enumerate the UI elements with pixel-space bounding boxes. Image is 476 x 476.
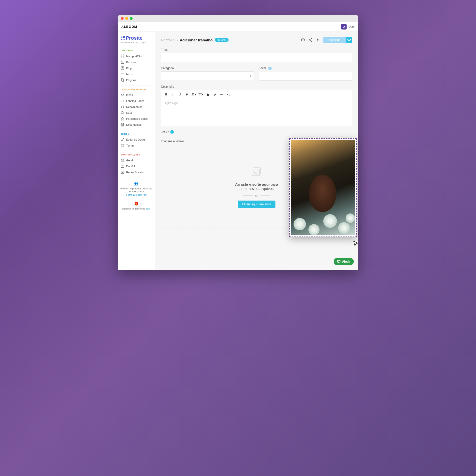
grid-icon bbox=[121, 55, 124, 58]
category-label: Categoria bbox=[161, 66, 254, 70]
menu-icon bbox=[121, 72, 124, 76]
upload-button[interactable]: Clique aqui para subir bbox=[238, 201, 276, 208]
description-input[interactable]: Digite algo bbox=[161, 99, 352, 126]
sidebar-section-content: CONTEÚDO bbox=[118, 50, 155, 53]
svg-point-5 bbox=[121, 61, 122, 62]
svg-point-13 bbox=[122, 118, 123, 119]
breadcrumb: Portfólio › Adicionar trabalho Rascunho bbox=[161, 38, 229, 42]
sidebar-item-landing[interactable]: Landing Pages bbox=[118, 98, 155, 104]
sidebar-item-label: Menu bbox=[126, 73, 133, 76]
crumb-root[interactable]: Portfólio bbox=[161, 38, 175, 42]
svg-point-19 bbox=[302, 39, 303, 40]
close-dot[interactable] bbox=[121, 17, 124, 20]
sidebar-item-portfolio[interactable]: Meu portfólio bbox=[118, 53, 155, 59]
sidebar-item-pages[interactable]: Páginas bbox=[118, 77, 155, 83]
user-label: User bbox=[349, 25, 355, 29]
product-subtitle: Website + Landing Pages bbox=[121, 41, 152, 44]
header-actions: Publicar bbox=[301, 37, 352, 43]
sidebar-item-label: Documentos bbox=[126, 123, 142, 126]
sidebar-item-label: Parcerias e Selos bbox=[126, 117, 148, 120]
svg-point-21 bbox=[309, 39, 310, 40]
sidebar-section-grow: CRESÇA SEU NEGÓCIO bbox=[118, 88, 155, 92]
product-name: Prosite bbox=[126, 35, 143, 41]
sidebar-item-themes[interactable]: Temas bbox=[118, 143, 155, 149]
publish-dropdown[interactable] bbox=[346, 37, 352, 43]
app-window: △LBOOM U User Prosite Website + Landing … bbox=[118, 15, 358, 270]
sidebar-item-label: Meu portfólio bbox=[126, 55, 142, 58]
sidebar-item-label: Banners bbox=[126, 61, 136, 64]
promo-payments-link[interactable]: Ir para o Alboom Pay bbox=[126, 194, 146, 196]
themes-icon bbox=[121, 144, 124, 147]
sidebar-item-label: Blog bbox=[126, 67, 132, 70]
sidebar-item-testimonials[interactable]: Depoimentos bbox=[118, 104, 155, 110]
title-input[interactable] bbox=[161, 53, 352, 62]
sidebar-item-label: Domínio bbox=[126, 165, 136, 168]
avatar: U bbox=[341, 24, 347, 30]
dragged-photo[interactable] bbox=[289, 138, 357, 237]
social-icon bbox=[121, 171, 124, 174]
brush-icon bbox=[121, 138, 124, 141]
color-button[interactable] bbox=[205, 91, 211, 98]
italic-button[interactable]: I bbox=[170, 91, 176, 98]
svg-point-22 bbox=[311, 41, 312, 42]
gear-icon bbox=[121, 159, 124, 162]
sidebar-item-documents[interactable]: Documentos bbox=[118, 122, 155, 128]
page-title: Adicionar trabalho bbox=[180, 38, 213, 42]
sidebar-item-banners[interactable]: Banners bbox=[118, 59, 155, 65]
sidebar-item-partners[interactable]: Parcerias e Selos bbox=[118, 116, 155, 122]
textsize-button[interactable]: TT▾ bbox=[197, 91, 204, 98]
settings-icon[interactable] bbox=[316, 38, 320, 42]
dropzone-text: Arraste e solte aqui para subir novos ar… bbox=[235, 182, 278, 191]
product-logo: Prosite bbox=[121, 35, 152, 41]
share-icon[interactable] bbox=[308, 38, 312, 42]
images-icon bbox=[251, 166, 263, 179]
svg-rect-10 bbox=[121, 107, 122, 108]
help-label: Ajuda bbox=[342, 260, 350, 263]
sidebar-item-blog[interactable]: Blog bbox=[118, 65, 155, 71]
maximize-dot[interactable] bbox=[130, 17, 133, 20]
info-icon[interactable]: i bbox=[268, 67, 272, 70]
svg-point-16 bbox=[122, 160, 123, 161]
user-menu[interactable]: U User bbox=[341, 24, 355, 30]
add-tag-button[interactable]: + bbox=[170, 130, 174, 134]
local-label: Local i bbox=[259, 66, 352, 70]
topbar: △LBOOM U User bbox=[118, 22, 358, 32]
sidebar-item-general[interactable]: Geral bbox=[118, 157, 155, 163]
hr-button[interactable]: — bbox=[218, 91, 225, 98]
strike-button[interactable]: S bbox=[183, 91, 190, 98]
svg-rect-0 bbox=[121, 55, 122, 56]
align-button[interactable]: ▾ bbox=[190, 91, 197, 98]
svg-rect-9 bbox=[121, 94, 124, 96]
promo-gifts-link[interactable]: aqui bbox=[146, 208, 150, 210]
badge-icon bbox=[121, 117, 124, 120]
publish-button[interactable]: Publicar bbox=[323, 37, 346, 43]
code-button[interactable] bbox=[225, 91, 232, 98]
main-content: Portfólio › Adicionar trabalho Rascunho … bbox=[155, 32, 358, 270]
sidebar-item-seo[interactable]: SEO bbox=[118, 110, 155, 116]
sidebar-item-domain[interactable]: Domínio bbox=[118, 163, 155, 169]
sidebar-item-label: Geral bbox=[126, 159, 133, 162]
title-label: Título bbox=[161, 48, 352, 52]
category-select[interactable] bbox=[161, 71, 254, 80]
local-input[interactable] bbox=[259, 72, 352, 81]
help-button[interactable]: Ajuda bbox=[334, 258, 354, 265]
people-icon: 👥 bbox=[120, 181, 152, 186]
chart-icon bbox=[121, 99, 124, 103]
editor-toolbar: B I U S ▾ TT▾ — bbox=[161, 90, 352, 99]
chevron-right-icon: › bbox=[177, 38, 178, 42]
svg-point-23 bbox=[317, 39, 318, 40]
sidebar-section-settings: CONFIGURAÇÕES bbox=[118, 154, 155, 157]
sidebar-item-inbox[interactable]: Inbox bbox=[118, 92, 155, 98]
sidebar-item-label: Landing Pages bbox=[126, 99, 144, 102]
sidebar-item-menu[interactable]: Menu bbox=[118, 71, 155, 77]
bold-button[interactable]: B bbox=[163, 91, 169, 98]
link-button[interactable] bbox=[211, 91, 218, 98]
sidebar-item-label: Temas bbox=[126, 144, 134, 147]
preview-icon[interactable] bbox=[301, 38, 305, 42]
minimize-dot[interactable] bbox=[125, 17, 128, 20]
sidebar-item-design-editor[interactable]: Editor de Design bbox=[118, 137, 155, 143]
sidebar-item-social[interactable]: Redes Sociais bbox=[118, 169, 155, 175]
domain-icon bbox=[121, 165, 124, 168]
underline-button[interactable]: U bbox=[177, 91, 183, 98]
sidebar-section-design: DESIGN bbox=[118, 133, 155, 137]
